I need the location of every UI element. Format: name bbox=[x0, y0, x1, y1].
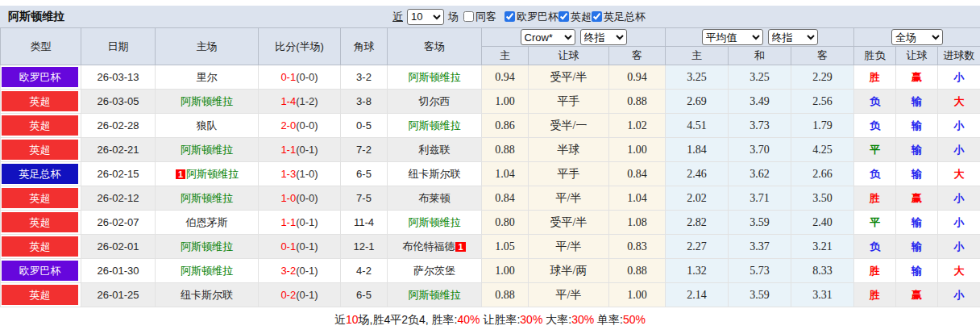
col-header-euro-away: 客 bbox=[791, 47, 854, 65]
corner-cell: 11-4 bbox=[341, 211, 388, 235]
handicap-result-cell: 赢 bbox=[896, 65, 938, 90]
goals-result-cell: 大 bbox=[938, 90, 980, 114]
match-summary: 近10场,胜4平2负4, 胜率:40% 让胜率:30% 大率:30% 单率:50… bbox=[0, 307, 980, 332]
league-cell: 欧罗巴杯 bbox=[1, 259, 81, 283]
corner-cell: 3-8 bbox=[341, 90, 388, 114]
away-cell: 纽卡斯尔联 bbox=[388, 162, 482, 186]
league-badge: 英超 bbox=[2, 115, 78, 136]
league-cell: 英超 bbox=[1, 211, 81, 235]
goals-result-cell: 小 bbox=[938, 211, 980, 235]
asian-odds-cell: 受平/半 bbox=[529, 211, 609, 235]
col-header-euro-home: 主 bbox=[666, 47, 729, 65]
score-cell: 0-2(0-1) bbox=[259, 283, 341, 307]
asian-odds-cell: 平/半 bbox=[529, 283, 609, 307]
euro-odds-cell: 3.71 bbox=[729, 186, 791, 211]
euro-stage-select[interactable]: 终指 bbox=[768, 29, 818, 45]
goals-result-cell: 小 bbox=[938, 114, 980, 138]
corner-cell: 0-5 bbox=[341, 114, 388, 138]
same-away-option: 同客 bbox=[463, 10, 496, 24]
asian-odds-cell: 球半/两 bbox=[529, 259, 609, 283]
handicap-result-cell: 赢 bbox=[896, 186, 938, 211]
col-header-euro-draw: 和 bbox=[729, 47, 791, 65]
league-cell: 英超 bbox=[1, 90, 81, 114]
asian-odds-cell: 受平/半 bbox=[529, 65, 609, 90]
bookmaker-select[interactable]: Crow* bbox=[521, 29, 575, 45]
summary-segment: 单率: bbox=[594, 313, 623, 326]
euro-odds-cell: 1.84 bbox=[666, 138, 729, 162]
league-badge: 英超 bbox=[2, 212, 78, 232]
col-header-asian-handicap: 让球 bbox=[529, 47, 609, 65]
scope-select[interactable]: 全场 bbox=[891, 29, 943, 45]
euro-odds-cell: 5.73 bbox=[729, 259, 791, 283]
euro-odds-cell: 2.56 bbox=[791, 90, 854, 114]
euro-odds-cell: 3.50 bbox=[791, 186, 854, 211]
handicap-result-cell: 输 bbox=[896, 162, 938, 186]
corner-cell: 4-2 bbox=[341, 259, 388, 283]
match-row: 英超26-02-07伯恩茅斯1-1(0-1)11-4阿斯顿维拉0.80受平/半1… bbox=[1, 211, 980, 235]
winloss-result-cell: 平 bbox=[854, 211, 896, 235]
filter-europa-checkbox[interactable] bbox=[505, 11, 515, 22]
recent-count-select[interactable]: 10 bbox=[407, 9, 444, 25]
recent-matches-link[interactable]: 近 bbox=[392, 10, 403, 24]
asian-odds-cell: 0.86 bbox=[482, 114, 529, 138]
away-cell: 切尔西 bbox=[388, 90, 482, 114]
col-header-type: 类型 bbox=[1, 28, 81, 65]
team-name: 阿斯顿维拉 bbox=[181, 265, 233, 277]
match-history-panel: 阿斯顿维拉 近 10 场 同客 欧罗巴杯 英超 bbox=[0, 0, 980, 334]
filter-epl-checkbox[interactable] bbox=[559, 11, 569, 22]
score-cell: 1-1(0-1) bbox=[259, 138, 341, 162]
away-cell: 阿斯顿维拉 bbox=[388, 114, 482, 138]
date-cell: 26-02-28 bbox=[81, 114, 156, 138]
asian-odds-cell: 平/半 bbox=[529, 186, 609, 211]
team-name: 阿斯顿维拉 bbox=[409, 289, 461, 301]
red-card-badge: 1 bbox=[176, 169, 185, 179]
league-cell: 欧罗巴杯 bbox=[1, 65, 81, 90]
team-name: 布莱顿 bbox=[419, 192, 451, 204]
handicap-result-cell: 输 bbox=[896, 235, 938, 259]
col-header-date: 日期 bbox=[81, 28, 156, 65]
same-away-checkbox[interactable] bbox=[463, 11, 474, 22]
summary-segment: 场,胜4平2负4, 胜率: bbox=[359, 313, 458, 326]
top-strip bbox=[0, 0, 980, 6]
away-cell: 萨尔茨堡 bbox=[388, 259, 482, 283]
team-name: 阿斯顿维拉 bbox=[181, 192, 233, 204]
scope-controls: 全场 bbox=[854, 28, 980, 47]
summary-segment: 30% bbox=[571, 313, 594, 326]
date-cell: 26-01-30 bbox=[81, 259, 156, 283]
euro-odds-cell: 2.40 bbox=[791, 211, 854, 235]
filter-europa-label: 欧罗巴杯 bbox=[517, 10, 559, 24]
match-row: 英超26-02-01阿斯顿维拉0-1(0-1)12-1布伦特福德11.05平/半… bbox=[1, 235, 980, 259]
summary-segment: 50% bbox=[623, 313, 646, 326]
goals-result-cell: 小 bbox=[938, 186, 980, 211]
match-row: 英超26-03-05阿斯顿维拉1-4(1-2)3-8切尔西1.00平手0.882… bbox=[1, 90, 980, 114]
corner-cell: 6-5 bbox=[341, 283, 388, 307]
euro-odds-cell: 3.21 bbox=[791, 235, 854, 259]
summary-segment: 40% bbox=[458, 313, 480, 326]
euro-odds-cell: 3.25 bbox=[729, 65, 791, 90]
asian-odds-cell: 半球 bbox=[529, 138, 609, 162]
euro-odds-cell: 2.69 bbox=[666, 90, 729, 114]
average-select[interactable]: 平均值 bbox=[702, 29, 763, 45]
euro-odds-cell: 2.46 bbox=[666, 162, 729, 186]
euro-odds-cell: 3.37 bbox=[729, 235, 791, 259]
score-cell: 1-4(1-2) bbox=[259, 90, 341, 114]
asian-odds-cell: 1.00 bbox=[609, 283, 666, 307]
filter-epl: 英超 bbox=[559, 10, 592, 24]
date-cell: 26-02-12 bbox=[81, 186, 156, 211]
control-header-row: 类型 日期 主场 比分(半场) 角球 客场 Crow* 终指 平均值 bbox=[1, 28, 980, 47]
winloss-result-cell: 胜 bbox=[854, 283, 896, 307]
asian-odds-cell: 1.08 bbox=[609, 211, 666, 235]
winloss-result-cell: 负 bbox=[854, 114, 896, 138]
home-cell: 阿斯顿维拉 bbox=[156, 259, 259, 283]
euro-odds-cell: 2.66 bbox=[791, 162, 854, 186]
asian-stage-select[interactable]: 终指 bbox=[580, 29, 627, 45]
team-name: 阿斯顿维拉 bbox=[181, 95, 233, 107]
filter-facup-checkbox[interactable] bbox=[592, 11, 602, 22]
euro-odds-cell: 2.29 bbox=[791, 65, 854, 90]
away-cell: 利兹联 bbox=[388, 138, 482, 162]
asian-odds-cell: 1.00 bbox=[482, 259, 529, 283]
asian-odds-cell: 0.88 bbox=[609, 259, 666, 283]
euro-odds-cell: 1.32 bbox=[666, 259, 729, 283]
match-row: 英超26-02-28狼队2-0(0-0)0-5阿斯顿维拉0.86受半/一1.02… bbox=[1, 114, 980, 138]
team-name: 狼队 bbox=[197, 119, 218, 132]
